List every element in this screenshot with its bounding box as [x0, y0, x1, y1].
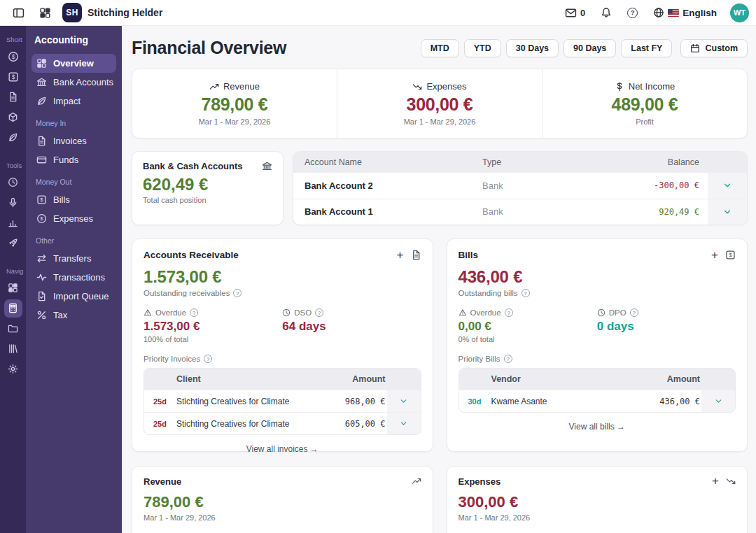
sidebar-item-funds[interactable]: Funds: [31, 150, 116, 169]
bank-icon[interactable]: [262, 161, 272, 171]
bill-dollar-square-icon: $: [36, 194, 47, 205]
rail-grid-icon[interactable]: [4, 279, 22, 297]
receivables-outstanding-value: 1.573,00 €: [144, 267, 421, 287]
kpi-revenue-label: Revenue: [223, 81, 260, 92]
transfers-arrows-icon: [36, 253, 47, 264]
sidebar-item-bills[interactable]: $ Bills: [31, 190, 116, 209]
table-row[interactable]: Bank Account 2 Bank -300,00 €: [293, 172, 747, 199]
help-button[interactable]: ?: [620, 8, 645, 18]
overdue-label: Overdue: [470, 308, 501, 317]
sidebar-item-import-queue[interactable]: Import Queue: [31, 287, 116, 306]
dso-value: 64 days: [282, 320, 421, 334]
help-icon[interactable]: ?: [233, 289, 241, 297]
rail-clock-icon[interactable]: [4, 173, 22, 192]
sidebar-item-transfers[interactable]: Transfers: [31, 249, 116, 268]
percent-icon: [36, 310, 47, 320]
rail-library-icon[interactable]: [4, 340, 22, 358]
rail-dollar-invoice-icon[interactable]: $: [4, 68, 22, 86]
apps-grid-button[interactable]: [36, 3, 54, 22]
table-row[interactable]: 25d Stichting Creatives for Climate 968,…: [144, 390, 421, 412]
priority-bills-table: Vendor Amount 30d Kwame Asante 436,00 €: [458, 368, 736, 413]
expenses-card-value: 300,00 €: [458, 493, 736, 511]
expand-account-button[interactable]: [708, 173, 747, 199]
add-expense-button[interactable]: +: [712, 477, 719, 485]
language-switcher[interactable]: English: [645, 7, 724, 18]
range-mtd-button[interactable]: MTD: [421, 39, 459, 57]
rail-leaf-icon[interactable]: [4, 129, 22, 147]
rail-microphone-icon[interactable]: [4, 194, 22, 212]
bills-list-button[interactable]: $: [725, 250, 736, 260]
trend-up-icon[interactable]: [412, 476, 421, 486]
rail-dollar-coin-icon[interactable]: $: [4, 48, 22, 66]
range-lastfy-button[interactable]: Last FY: [621, 39, 672, 57]
expand-invoice-button[interactable]: [387, 413, 421, 434]
top-bar: SH Stitching Helder 0 ? English WT: [0, 0, 756, 26]
table-row[interactable]: Bank Account 1 Bank 920,49 €: [293, 199, 747, 225]
sidebar-item-overview[interactable]: Overview: [31, 54, 116, 73]
sidebar-item-impact[interactable]: Impact: [31, 92, 116, 111]
rail-folder-icon[interactable]: [4, 320, 22, 338]
rail-rocket-icon[interactable]: [4, 234, 22, 253]
help-icon[interactable]: ?: [315, 308, 323, 317]
kpi-revenue: Revenue 789,00 € Mar 1 - Mar 29, 2026: [132, 69, 337, 138]
notifications-button[interactable]: [593, 7, 620, 18]
kpi-net-income: Net Income 489,00 € Profit: [542, 69, 747, 138]
messages-button[interactable]: 0: [557, 7, 593, 19]
rail-settings-gear-icon[interactable]: [4, 360, 22, 378]
add-bill-button[interactable]: +: [711, 251, 718, 260]
sidebar-item-tax[interactable]: Tax: [31, 306, 116, 325]
rail-document-icon[interactable]: [4, 88, 22, 106]
kpi-net-income-value: 489,00 €: [612, 94, 678, 115]
help-icon[interactable]: ?: [505, 308, 513, 317]
help-icon[interactable]: ?: [630, 308, 638, 317]
view-all-invoices-link[interactable]: View all invoices →: [144, 444, 421, 454]
expand-invoice-button[interactable]: [387, 390, 421, 412]
sidebar-item-expenses[interactable]: $ Expenses: [31, 209, 116, 228]
receivables-title: Accounts Receivable: [144, 250, 239, 260]
svg-text:$: $: [729, 252, 732, 258]
help-icon[interactable]: ?: [204, 355, 212, 363]
invoices-list-button[interactable]: [411, 250, 421, 260]
account-type: Bank: [482, 206, 608, 217]
view-all-bills-link[interactable]: View all bills →: [458, 422, 736, 432]
sidebar-item-label: Expenses: [53, 213, 93, 224]
help-icon[interactable]: ?: [504, 355, 512, 363]
invoice-client: Stichting Creatives for Climate: [176, 397, 310, 406]
topbar-actions: 0 ? English WT: [557, 3, 749, 22]
range-90days-button[interactable]: 90 Days: [564, 39, 616, 57]
rail-calculator-icon[interactable]: [4, 299, 22, 318]
company-logo[interactable]: SH: [62, 3, 82, 22]
expenses-card-title: Expenses: [458, 476, 501, 487]
help-icon[interactable]: ?: [190, 308, 198, 317]
table-row[interactable]: 25d Stichting Creatives for Climate 605,…: [144, 412, 421, 434]
bills-dpo-metric: DPO ? 0 days: [597, 308, 736, 343]
accounts-header-name: Account Name: [293, 157, 482, 167]
trend-down-icon[interactable]: [726, 476, 736, 486]
add-invoice-button[interactable]: +: [397, 251, 404, 260]
user-avatar[interactable]: WT: [730, 3, 749, 22]
expand-account-button[interactable]: [708, 199, 747, 225]
range-custom-button[interactable]: Custom: [680, 39, 748, 57]
sidebar-item-transactions[interactable]: Transactions: [31, 268, 116, 287]
range-ytd-button[interactable]: YTD: [464, 39, 501, 57]
help-icon[interactable]: ?: [522, 289, 530, 297]
receivables-overdue-metric: Overdue ? 1.573,00 € 100% of total: [144, 308, 282, 343]
sidebar-item-label: Tax: [53, 310, 67, 320]
table-row[interactable]: 30d Kwame Asante 436,00 €: [459, 390, 736, 412]
page-header: Financial Overview MTD YTD 30 Days 90 Da…: [132, 38, 748, 58]
sidebar-item-bank-accounts[interactable]: Bank Accounts: [31, 73, 116, 92]
clock-icon: [597, 308, 606, 317]
rail-bar-chart-icon[interactable]: [4, 214, 22, 232]
import-document-icon: [36, 291, 47, 301]
svg-text:$: $: [40, 197, 43, 203]
rail-package-icon[interactable]: [4, 108, 22, 127]
accounts-table-header: Account Name Type Balance: [293, 152, 747, 172]
sidebar-toggle-button[interactable]: [9, 3, 27, 22]
sidebar-item-invoices[interactable]: Invoices: [31, 132, 116, 150]
dpo-label: DPO: [609, 308, 626, 317]
invoice-amount: 605,00 €: [310, 419, 387, 429]
range-30days-button[interactable]: 30 Days: [506, 39, 559, 57]
expand-bill-button[interactable]: [701, 390, 735, 412]
overdue-sub: 0% of total: [458, 335, 597, 343]
overdue-value: 1.573,00 €: [144, 320, 282, 334]
